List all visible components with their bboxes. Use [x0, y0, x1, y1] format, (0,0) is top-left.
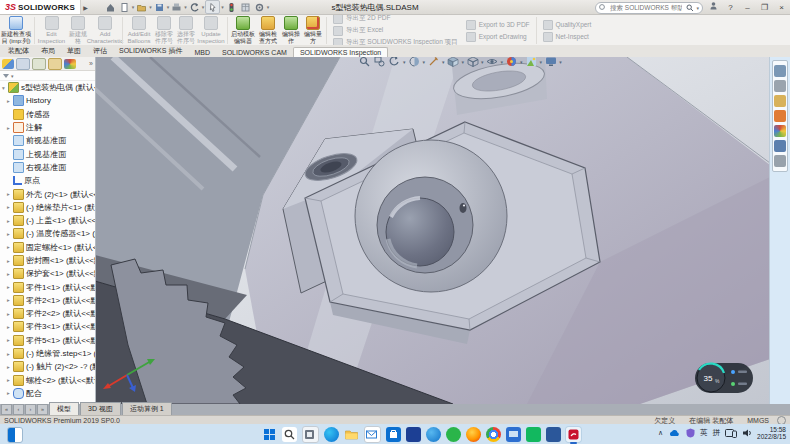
tree-item-component[interactable]: ▸(-) 温度传感器<1> (默认<<默认>_ — [0, 227, 95, 240]
new-caret-icon[interactable]: ▾ — [132, 4, 135, 10]
display-style-icon[interactable] — [466, 56, 479, 68]
edit-gages-button[interactable]: 编辑量方 — [302, 15, 324, 46]
clock[interactable]: 15:58 2022/8/15 — [757, 426, 786, 440]
export-2d-pdf-item[interactable]: 导出至 2D PDF — [333, 14, 458, 24]
edit-inspection-methods-button[interactable]: 编辑检查方式 — [256, 15, 280, 46]
status-units[interactable]: MMGS — [747, 417, 769, 424]
dimxpertmanager-tab-icon[interactable] — [48, 58, 62, 70]
tree-item-component[interactable]: ▸(-) 绝缘垫片<1> (默认<<默认>_显 — [0, 201, 95, 214]
tab-evaluate[interactable]: 评估 — [87, 45, 113, 57]
print-icon[interactable] — [170, 1, 183, 13]
save-icon[interactable] — [153, 1, 166, 13]
word-icon[interactable] — [546, 427, 561, 442]
section-view-caret-icon[interactable]: ▾ — [423, 59, 426, 65]
help-button[interactable]: ? — [724, 2, 737, 14]
tab-mbd[interactable]: MBD — [188, 48, 216, 57]
search-icon[interactable] — [686, 4, 694, 12]
launch-template-editor-button[interactable]: 启动模板编辑器 — [230, 15, 256, 46]
rebuild-icon[interactable] — [225, 1, 238, 13]
tab-solidworks-inspection[interactable]: SOLIDWORKS Inspection — [293, 47, 388, 57]
zoom-to-area-icon[interactable] — [373, 56, 386, 68]
tree-item-sensor-folder[interactable]: 传感器 — [0, 108, 95, 121]
save-caret-icon[interactable]: ▾ — [167, 4, 170, 10]
tab-layout[interactable]: 布局 — [35, 45, 61, 57]
tab-motion-study[interactable]: 运动算例 1 — [122, 402, 172, 415]
appearances-icon[interactable] — [774, 125, 786, 137]
volume-icon[interactable] — [742, 428, 752, 439]
edit-appearance-caret-icon[interactable]: ▾ — [520, 59, 523, 65]
tree-item-origin[interactable]: 原点 — [0, 174, 95, 187]
tree-item-right-plane[interactable]: 右视基准面 — [0, 161, 95, 174]
new-inspection-project-button[interactable]: 新建检查项目 (imp:列) — [0, 15, 32, 46]
minimize-button[interactable]: – — [741, 2, 754, 14]
tree-item-component[interactable]: ▸保护套<1> (默认<<默认>_显示状 — [0, 267, 95, 280]
file-explorer-icon[interactable] — [774, 95, 786, 107]
add-characteristic-button[interactable]: Add Characteristic — [90, 15, 120, 46]
open-icon[interactable] — [135, 1, 148, 13]
edge-icon[interactable] — [324, 427, 339, 442]
solidworks-taskbar-icon[interactable] — [566, 427, 581, 442]
tree-item-front-plane[interactable]: 前视基准面 — [0, 134, 95, 147]
print-caret-icon[interactable]: ▾ — [184, 4, 187, 10]
tree-item-annotations[interactable]: ▸注解 — [0, 121, 95, 134]
tree-item-component[interactable]: ▸零件2<2> (默认<<默认>_显示状态 — [0, 307, 95, 320]
export-3d-pdf-item[interactable]: Export to 3D PDF — [466, 20, 530, 30]
undo-icon[interactable] — [188, 1, 201, 13]
tree-item-component[interactable]: ▸零件1<1> (默认<<默认>_显示状态 — [0, 280, 95, 293]
export-excel-item[interactable]: 导出至 Excel — [333, 26, 458, 36]
tree-item-component[interactable]: ▸外壳 (2)<1> (默认<<默认>_显示状 — [0, 187, 95, 200]
app-green-icon[interactable] — [446, 427, 461, 442]
tree-item-component[interactable]: ▸螺栓<2> (默认<<默认>_显示状态 — [0, 374, 95, 387]
ime-indicator[interactable]: 拼 — [713, 428, 721, 438]
zoom-indicator[interactable]: 35 % — [695, 363, 753, 393]
design-library-icon[interactable] — [774, 80, 786, 92]
view-settings-caret-icon[interactable]: ▾ — [559, 59, 562, 65]
search-caret-icon[interactable]: ▾ — [696, 5, 699, 11]
file-properties-icon[interactable] — [239, 1, 252, 13]
view-settings-icon[interactable] — [544, 56, 557, 68]
resources-home-icon[interactable] — [774, 65, 786, 77]
apply-scene-icon[interactable] — [525, 56, 538, 68]
annotation-view-icon[interactable] — [427, 56, 440, 68]
home-icon[interactable] — [104, 1, 117, 13]
forum-icon[interactable] — [774, 155, 786, 167]
close-button[interactable]: × — [775, 2, 788, 14]
panel-tabs-more-icon[interactable]: » — [89, 60, 93, 67]
search-box[interactable]: ▾ — [595, 2, 703, 14]
section-view-icon[interactable] — [408, 56, 421, 68]
tree-item-root[interactable]: ▾s型铠装热电偶 (默认<默认_显示状态-1>) — [0, 81, 95, 94]
tab-solidworks-cam[interactable]: SOLIDWORKS CAM — [216, 48, 293, 57]
solidworks-logo[interactable]: 3S SOLIDWORKS — [0, 0, 81, 14]
display-style-caret-icon[interactable]: ▾ — [481, 59, 484, 65]
featuremanager-tab-icon[interactable] — [2, 59, 14, 69]
qq-browser-icon[interactable] — [426, 427, 441, 442]
remove-balloons-button[interactable]: 移除零件序号 — [153, 15, 175, 46]
edit-appearance-icon[interactable] — [505, 56, 518, 68]
tab-sketch[interactable]: 草图 — [61, 45, 87, 57]
tab-scroll-first-icon[interactable]: « — [1, 404, 12, 415]
tab-model[interactable]: 模型 — [49, 402, 79, 415]
mail-icon[interactable] — [364, 426, 381, 443]
tree-item-component[interactable]: ▸零件5<1> (默认<<默认>_显示状态 — [0, 334, 95, 347]
propertymanager-tab-icon[interactable] — [16, 58, 30, 70]
update-inspection-project-button[interactable]: Update Inspection Project — [197, 15, 225, 46]
security-shield-icon[interactable] — [686, 428, 695, 439]
tree-item-component[interactable]: ▸(-) 上盖<1> (默认<<默认>_显示状 — [0, 214, 95, 227]
phone-link-icon[interactable] — [725, 428, 737, 439]
tab-scroll-next-icon[interactable]: › — [25, 404, 36, 415]
wps-icon[interactable] — [526, 427, 541, 442]
task-view-icon[interactable] — [302, 426, 319, 443]
store-icon[interactable] — [386, 427, 401, 442]
custom-properties-icon[interactable] — [774, 140, 786, 152]
tree-item-component[interactable]: ▸零件3<1> (默认<<默认>_显示状态 — [0, 320, 95, 333]
qualityxpert-item[interactable]: QualityXpert — [543, 20, 592, 30]
widgets-icon[interactable] — [7, 427, 23, 443]
annotation-view-caret-icon[interactable]: ▾ — [442, 59, 445, 65]
net-inspect-item[interactable]: Net-Inspect — [543, 32, 592, 42]
tab-addins[interactable]: SOLIDWORKS 插件 — [113, 45, 188, 57]
app-dark-blue-icon[interactable] — [406, 427, 421, 442]
tree-item-component[interactable]: ▸(-) 绝缘管.step<1> (默认<<默认> — [0, 347, 95, 360]
filter-caret-icon[interactable]: ▾ — [11, 73, 14, 79]
tab-scroll-last-icon[interactable]: » — [37, 404, 48, 415]
displaymanager-tab-icon[interactable] — [64, 59, 76, 69]
